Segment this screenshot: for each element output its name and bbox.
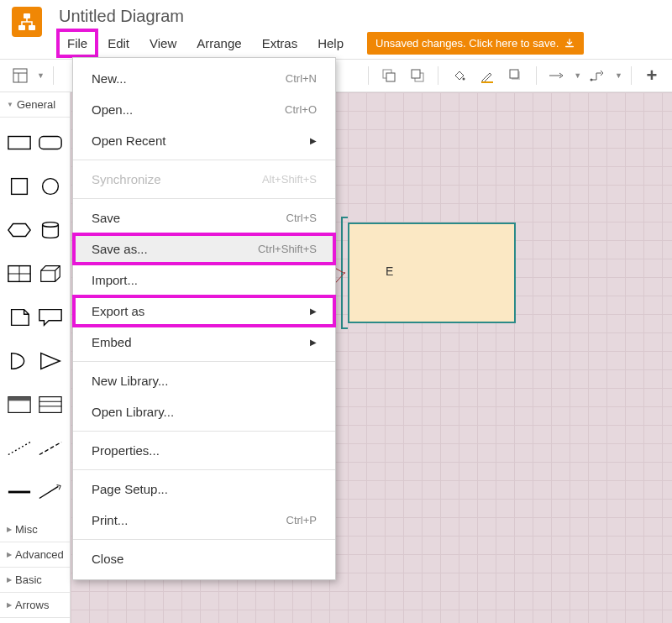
menu-extras[interactable]: Extras [254, 31, 307, 55]
shape-rounded[interactable] [37, 123, 66, 163]
pencil-icon [480, 68, 495, 83]
menu-item-open[interactable]: Open... Ctrl+O [73, 94, 335, 125]
add-button[interactable]: + [640, 64, 664, 87]
svg-rect-25 [8, 397, 30, 401]
menu-item-save-as[interactable]: Save as... Ctrl+Shift+S [73, 233, 335, 264]
app-logo [12, 7, 42, 37]
bucket-icon [451, 68, 466, 83]
shape-cube[interactable] [37, 254, 66, 294]
svg-rect-3 [13, 69, 27, 82]
menu-item-save[interactable]: Save Ctrl+S [73, 202, 335, 233]
menu-item-new[interactable]: New... Ctrl+N [73, 63, 335, 94]
shape-table[interactable] [5, 254, 34, 294]
submenu-arrow-icon: ▶ [310, 338, 317, 347]
menu-item-page-setup[interactable]: Page Setup... [73, 474, 335, 505]
sidebar-section-arrows[interactable]: ▶Arrows [0, 593, 70, 618]
svg-rect-1 [18, 25, 25, 30]
to-back-button[interactable] [406, 64, 429, 87]
menu-item-print[interactable]: Print... Ctrl+P [73, 505, 335, 536]
unsaved-banner-text: Unsaved changes. Click here to save. [375, 37, 559, 50]
menu-separator [73, 361, 335, 362]
menu-item-import[interactable]: Import... [73, 264, 335, 296]
svg-line-29 [8, 442, 30, 455]
shape-line[interactable] [5, 472, 34, 512]
file-menu-dropdown: New... Ctrl+N Open... Ctrl+O Open Recent… [72, 57, 336, 580]
menu-separator [73, 469, 335, 470]
diagram-box[interactable] [348, 222, 516, 323]
menu-help[interactable]: Help [309, 31, 352, 55]
svg-rect-16 [8, 137, 30, 149]
svg-rect-7 [386, 73, 395, 81]
menu-separator [73, 198, 335, 199]
menu-item-synchronize: Synchronize Alt+Shift+S [73, 164, 335, 195]
arrow-icon [548, 68, 566, 83]
download-icon [564, 38, 575, 50]
shadow-icon [508, 68, 523, 83]
menu-item-embed[interactable]: Embed ▶ [73, 327, 335, 358]
menu-separator [73, 160, 335, 160]
svg-point-10 [463, 78, 465, 81]
menubar: File Edit View Arrange Extras Help Unsav… [59, 31, 584, 55]
waypoint-icon [589, 68, 607, 83]
shape-circle[interactable] [37, 166, 66, 207]
svg-line-32 [39, 486, 59, 498]
sidebar-section-basic[interactable]: ▶Basic [0, 568, 70, 593]
svg-rect-26 [39, 397, 61, 413]
layout-dropdown[interactable] [8, 64, 32, 87]
menu-separator [73, 539, 335, 540]
waypoint-dropdown[interactable] [586, 64, 610, 87]
sidebar-section-misc[interactable]: ▶Misc [0, 517, 70, 542]
svg-point-20 [43, 222, 59, 228]
svg-rect-18 [11, 179, 27, 195]
shape-dotted-line[interactable] [5, 428, 34, 469]
svg-rect-9 [412, 70, 420, 78]
to-front-button[interactable] [377, 64, 401, 87]
document-title[interactable]: Untitled Diagram [59, 7, 584, 26]
to-front-icon [381, 68, 396, 83]
sidebar-section-advanced[interactable]: ▶Advanced [0, 542, 70, 568]
menu-edit[interactable]: Edit [99, 31, 138, 55]
diagram-box-text: E [386, 264, 393, 278]
shape-hexagon[interactable] [5, 210, 34, 250]
chevron-right-icon: ▶ [7, 526, 12, 533]
menu-item-export-as[interactable]: Export as ▶ [73, 296, 335, 327]
shape-note[interactable] [5, 297, 34, 338]
shape-callout[interactable] [37, 297, 66, 338]
shape-card[interactable] [5, 385, 34, 425]
layout-icon [13, 68, 28, 83]
svg-point-19 [43, 179, 59, 195]
menu-file[interactable]: File [59, 31, 96, 55]
sidebar-section-general[interactable]: ▼ General [0, 92, 70, 118]
shape-palette [0, 118, 70, 517]
menu-item-new-library[interactable]: New Library... [73, 365, 335, 396]
menu-arrange[interactable]: Arrange [188, 31, 249, 55]
shape-half-circle[interactable] [5, 341, 34, 381]
menu-item-open-library[interactable]: Open Library... [73, 396, 335, 427]
connection-dropdown[interactable] [545, 64, 569, 87]
chevron-right-icon: ▶ [7, 601, 12, 609]
shape-dashed-line[interactable] [37, 428, 66, 469]
svg-rect-13 [510, 70, 518, 78]
shape-connector[interactable] [37, 472, 66, 512]
menu-view[interactable]: View [141, 31, 185, 55]
shape-sidebar: ▼ General ▶Misc ▶Advanced ▶Basic ▶Arr [0, 92, 71, 623]
menu-item-open-recent[interactable]: Open Recent ▶ [73, 125, 335, 156]
shape-square[interactable] [5, 166, 34, 207]
svg-point-15 [591, 79, 593, 81]
chevron-right-icon: ▶ [7, 576, 12, 584]
shadow-button[interactable] [504, 64, 528, 87]
chevron-right-icon: ▶ [7, 551, 12, 558]
shape-triangle[interactable] [37, 341, 66, 381]
svg-line-30 [39, 442, 61, 455]
shape-rectangle[interactable] [5, 123, 34, 163]
fill-color-button[interactable] [447, 64, 470, 87]
line-color-button[interactable] [475, 64, 499, 87]
submenu-arrow-icon: ▶ [310, 136, 317, 145]
menu-item-properties[interactable]: Properties... [73, 435, 335, 466]
menu-item-close[interactable]: Close [73, 543, 335, 574]
shape-list[interactable] [37, 385, 66, 425]
drawio-logo-icon [17, 12, 37, 32]
unsaved-banner[interactable]: Unsaved changes. Click here to save. [367, 32, 584, 55]
shape-cylinder[interactable] [37, 210, 66, 250]
app-header: Untitled Diagram File Edit View Arrange … [0, 0, 672, 59]
